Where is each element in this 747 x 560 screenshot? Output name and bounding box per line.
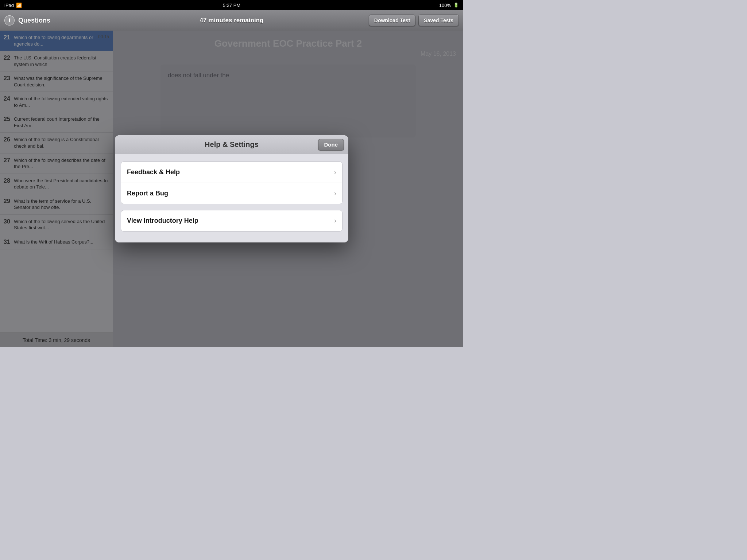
modal-header: Help & Settings Done [115,135,348,154]
menu-group-2: View Introductory Help › [121,210,342,232]
menu-item[interactable]: Feedback & Help › [121,162,342,183]
modal-title: Help & Settings [205,140,259,149]
modal-overlay[interactable]: Help & Settings Done Feedback & Help › R… [0,31,463,347]
info-button[interactable]: i [4,15,15,26]
menu-item[interactable]: View Introductory Help › [121,210,342,231]
main-content: 21 Which of the following departments or… [0,31,463,347]
status-bar-left: iPad 📶 [4,3,22,8]
chevron-right-icon: › [334,217,336,225]
download-test-button[interactable]: Download Test [369,15,416,26]
battery-icon: 🔋 [453,3,459,8]
chevron-right-icon: › [334,168,336,176]
menu-item[interactable]: Report a Bug › [121,183,342,204]
top-nav: i Questions 47 minutes remaining Downloa… [0,10,463,31]
menu-item-label: View Introductory Help [127,217,198,225]
status-bar-right: 100% 🔋 [439,3,459,8]
timer-label: 47 minutes remaining [200,17,264,24]
chevron-right-icon: › [334,190,336,197]
help-settings-modal: Help & Settings Done Feedback & Help › R… [115,135,348,242]
menu-item-label: Report a Bug [127,190,168,197]
saved-tests-button[interactable]: Saved Tests [418,15,459,26]
battery-label: 100% [439,3,451,8]
modal-body: Feedback & Help › Report a Bug › View In… [115,154,348,242]
status-bar: iPad 📶 5:27 PM 100% 🔋 [0,0,463,10]
modal-done-button[interactable]: Done [318,139,344,151]
top-nav-right: Download Test Saved Tests [369,15,459,26]
status-bar-time: 5:27 PM [223,3,240,8]
questions-label: Questions [18,17,50,24]
wifi-icon: 📶 [16,3,22,8]
top-nav-left: i Questions [4,15,50,26]
menu-item-label: Feedback & Help [127,168,180,176]
menu-group-1: Feedback & Help › Report a Bug › [121,162,342,204]
device-label: iPad [4,3,14,8]
